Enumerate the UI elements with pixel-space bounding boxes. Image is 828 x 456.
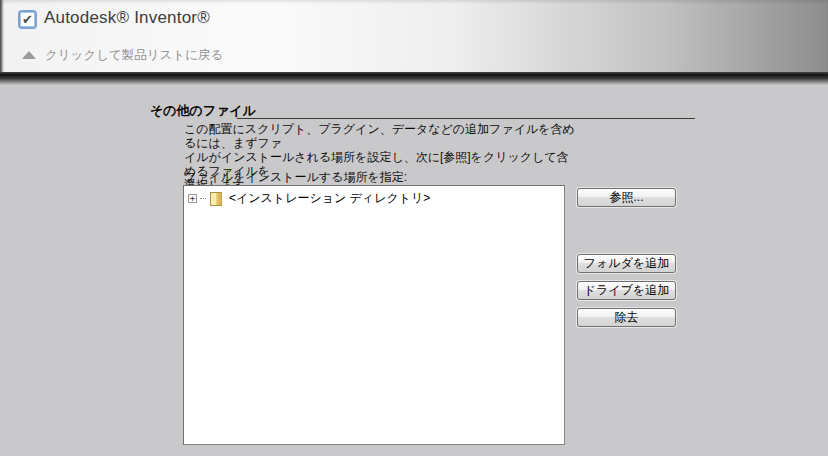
tree-item-label[interactable]: <インストレーション ディレクトリ>	[226, 190, 430, 207]
header-left-edge-shade	[0, 0, 4, 72]
install-location-label: ファイルをインストールする場所を指定:	[184, 169, 407, 186]
triangle-up-icon	[22, 51, 36, 59]
back-to-product-list-link[interactable]: クリックして製品リストに戻る	[22, 47, 223, 63]
tree-item-installation-directory[interactable]: + <インストレーション ディレクトリ>	[184, 186, 564, 207]
folder-icon	[209, 191, 223, 207]
checkmark-icon: ✔	[22, 13, 33, 26]
tree-connector	[200, 198, 206, 199]
browse-button[interactable]: 参照...	[577, 188, 676, 207]
add-drive-button[interactable]: ドライブを追加	[577, 281, 676, 300]
description-line: この配置にスクリプト、プラグイン、データなどの追加ファイルを含めるには、まずファ	[184, 122, 580, 150]
expand-plus-icon[interactable]: +	[188, 194, 197, 203]
additional-files-panel: その他のファイル この配置にスクリプト、プラグイン、データなどの追加ファイルを含…	[0, 85, 828, 456]
section-rule	[237, 118, 695, 119]
add-folder-button[interactable]: フォルダを追加	[577, 254, 676, 273]
install-location-tree[interactable]: + <インストレーション ディレクトリ>	[183, 185, 565, 445]
product-title: Autodesk® Inventor®	[44, 8, 210, 28]
product-checkbox[interactable]: ✔	[18, 10, 37, 29]
back-link-label: クリックして製品リストに戻る	[45, 47, 223, 64]
remove-button[interactable]: 除去	[577, 308, 676, 327]
installer-window: ✔ Autodesk® Inventor® クリックして製品リストに戻る その他…	[0, 0, 828, 456]
header-shadow-divider	[0, 72, 828, 85]
header: ✔ Autodesk® Inventor® クリックして製品リストに戻る	[0, 0, 828, 72]
